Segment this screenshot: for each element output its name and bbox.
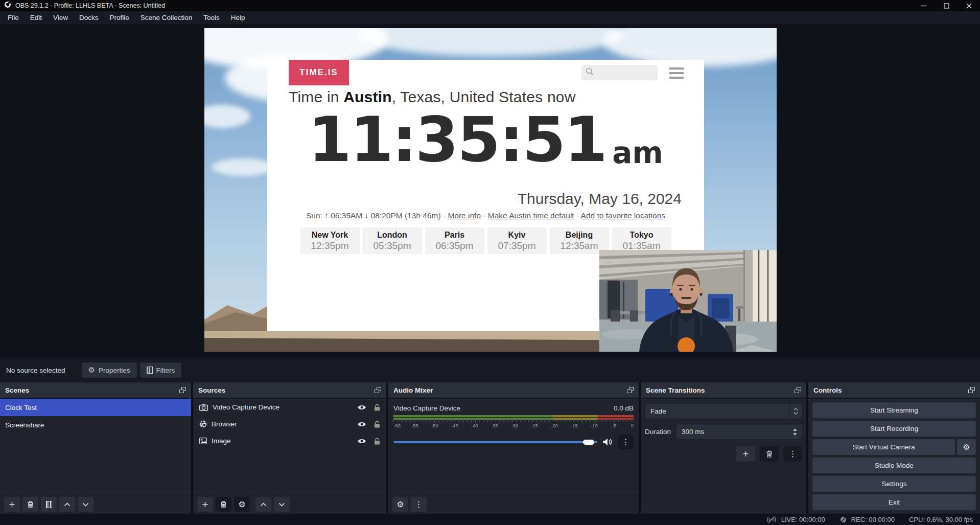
lock-icon[interactable]: [374, 404, 380, 411]
gear-icon: ⚙: [238, 500, 245, 509]
no-source-selected-label: No source selected: [6, 367, 65, 374]
trash-icon: [766, 450, 773, 458]
sources-dock-header[interactable]: Sources: [193, 382, 386, 398]
audio-mixer-dock-header[interactable]: Audio Mixer: [388, 382, 639, 398]
speaker-icon[interactable]: [602, 438, 613, 446]
move-scene-down-button[interactable]: [78, 497, 94, 512]
menu-edit[interactable]: Edit: [25, 11, 48, 24]
maximize-button[interactable]: [935, 0, 958, 11]
eye-icon[interactable]: [357, 404, 366, 410]
lock-icon[interactable]: [374, 421, 380, 428]
camera-icon: [199, 404, 208, 411]
menu-profile[interactable]: Profile: [104, 11, 135, 24]
eye-icon[interactable]: [357, 421, 366, 427]
scene-item-screenshare[interactable]: Screenshare: [0, 416, 191, 433]
stream-inactive-icon: [766, 516, 777, 523]
transition-select[interactable]: Fade: [645, 403, 802, 419]
world-clock-london: London05:35pm: [363, 227, 422, 254]
dots-icon: ⋮: [415, 500, 423, 509]
cpu-status: CPU: 0.6%, 30.00 fps: [909, 516, 973, 523]
trash-icon: [27, 501, 34, 508]
remove-transition-button[interactable]: [760, 446, 779, 462]
add-scene-button[interactable]: +: [4, 497, 20, 512]
move-source-down-button[interactable]: [274, 497, 290, 512]
meter-tick-labels: -60-55-50-45-40-35-30-25-20-15-10-50: [393, 423, 634, 428]
hamburger-menu-icon: [669, 67, 684, 79]
world-clock-newyork: New York12:35pm: [300, 227, 360, 254]
volume-slider-handle[interactable]: [583, 440, 594, 445]
start-recording-button[interactable]: Start Recording: [812, 421, 976, 437]
sources-dock: Sources Video Capture Device Browser: [193, 382, 386, 514]
controls-dock: Controls Start Streaming Start Recording…: [808, 382, 980, 514]
timeis-clock: 11:35:51 am: [267, 107, 704, 173]
source-properties-button[interactable]: ⚙: [234, 497, 250, 512]
mixer-channel-name: Video Capture Device: [393, 404, 460, 412]
source-item-image[interactable]: Image: [193, 432, 386, 449]
scenes-toolbar: +: [0, 494, 191, 514]
start-streaming-button[interactable]: Start Streaming: [812, 402, 976, 418]
studio-mode-button[interactable]: Studio Mode: [812, 458, 976, 473]
timeis-search-box: [581, 65, 658, 80]
record-inactive-icon: [839, 516, 847, 523]
filters-button[interactable]: Filters: [140, 362, 182, 378]
scene-filters-button[interactable]: [41, 497, 57, 512]
scene-transitions-dock-header[interactable]: Scene Transitions: [641, 382, 806, 398]
exit-button[interactable]: Exit: [812, 494, 976, 510]
preview-canvas[interactable]: TIME.IS Time in Austin, Texas, United St…: [204, 28, 777, 352]
sources-toolbar: + ⚙: [193, 494, 386, 514]
mixer-menu-button[interactable]: ⋮: [411, 497, 427, 512]
popout-icon: [179, 387, 186, 393]
popout-icon: [627, 387, 634, 393]
spin-arrows[interactable]: [789, 428, 802, 436]
transition-menu-button[interactable]: ⋮: [783, 446, 802, 462]
move-source-up-button[interactable]: [255, 497, 271, 512]
add-transition-button[interactable]: +: [736, 446, 755, 462]
menu-file[interactable]: File: [2, 11, 25, 24]
remove-scene-button[interactable]: [22, 497, 38, 512]
start-virtual-camera-button[interactable]: Start Virtual Camera: [812, 439, 955, 455]
menu-help[interactable]: Help: [225, 11, 251, 24]
dots-icon: ⋮: [622, 438, 630, 446]
rec-status: REC: 00:00:00: [839, 516, 895, 523]
timeis-date: Thursday, May 16, 2024: [518, 190, 682, 208]
volume-slider[interactable]: [393, 441, 597, 443]
settings-button[interactable]: Settings: [812, 476, 976, 492]
title-bar[interactable]: OBS 29.1.2 - Profile: LLHLS BETA - Scene…: [0, 0, 980, 11]
world-clock-paris: Paris06:35pm: [425, 227, 484, 254]
audio-mixer-toolbar: ⚙ ⋮: [388, 494, 639, 514]
filter-icon: [147, 367, 153, 374]
controls-dock-header[interactable]: Controls: [808, 382, 980, 398]
close-button[interactable]: [958, 0, 980, 11]
chevron-down-icon: [794, 412, 798, 415]
volume-meter: -60-55-50-45-40-35-30-25-20-15-10-50: [393, 415, 634, 428]
menu-tools[interactable]: Tools: [198, 11, 225, 24]
search-icon: [586, 67, 594, 78]
gear-icon: ⚙: [396, 500, 404, 509]
source-item-browser[interactable]: Browser: [193, 416, 386, 432]
favorite-link: Add to favorite locations: [581, 211, 665, 220]
minimize-button[interactable]: [913, 0, 935, 11]
eye-icon[interactable]: [357, 438, 366, 444]
properties-button[interactable]: ⚙ Properties: [82, 362, 137, 378]
remove-source-button[interactable]: [216, 497, 231, 512]
virtual-camera-settings-button[interactable]: ⚙: [957, 439, 976, 455]
popout-icon: [795, 387, 801, 393]
scene-item-clock-test[interactable]: Clock Test: [0, 399, 191, 416]
advanced-audio-button[interactable]: ⚙: [392, 497, 408, 512]
menu-docks[interactable]: Docks: [74, 11, 104, 24]
timeis-logo: TIME.IS: [289, 60, 349, 85]
add-source-button[interactable]: +: [197, 497, 213, 512]
mixer-channel-menu-button[interactable]: ⋮: [618, 435, 634, 449]
popout-icon: [968, 387, 975, 393]
lock-icon[interactable]: [374, 438, 380, 445]
scenes-dock-header[interactable]: Scenes: [0, 382, 191, 398]
audio-mixer-body: Video Capture Device 0.0 dB -60-55-50-45…: [388, 398, 639, 494]
trash-icon: [220, 501, 227, 508]
cloud: [358, 28, 623, 56]
source-item-video-capture[interactable]: Video Capture Device: [193, 399, 386, 416]
menu-scene-collection[interactable]: Scene Collection: [135, 11, 198, 24]
move-scene-up-button[interactable]: [59, 497, 75, 512]
duration-spinbox[interactable]: 300 ms: [676, 424, 802, 440]
scenes-list: Clock Test Screenshare: [0, 398, 191, 494]
menu-view[interactable]: View: [48, 11, 74, 24]
